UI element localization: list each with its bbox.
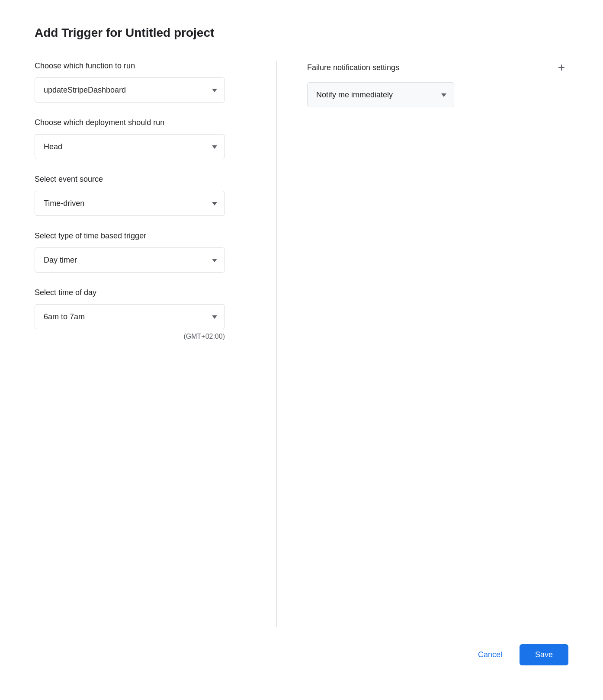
time-of-day-label: Select time of day [35,288,250,297]
trigger-type-select-wrapper: Day timer [35,247,225,273]
deployment-select-wrapper: Head [35,134,225,159]
event-source-field-group: Select event source Time-driven [35,175,250,216]
time-of-day-select[interactable]: 6am to 7am [35,304,225,329]
notification-section-header: Failure notification settings + [307,61,568,74]
time-of-day-select-wrapper: 6am to 7am [35,304,225,329]
gmt-note: (GMT+02:00) [35,333,225,340]
cancel-button[interactable]: Cancel [468,645,513,665]
function-label: Choose which function to run [35,61,250,71]
dialog-footer: Cancel Save [35,627,568,674]
notify-select-wrapper: Notify me immediately [307,82,454,107]
time-of-day-field-group: Select time of day 6am to 7am (GMT+02:00… [35,288,250,340]
dialog-title: Add Trigger for Untitled project [35,26,568,40]
trigger-type-field-group: Select type of time based trigger Day ti… [35,231,250,273]
notify-select[interactable]: Notify me immediately [307,82,454,107]
event-source-label: Select event source [35,175,250,184]
function-select[interactable]: updateStripeDashboard [35,77,225,103]
left-panel: Choose which function to run updateStrip… [35,61,277,627]
notification-section-title: Failure notification settings [307,63,399,72]
event-source-select-wrapper: Time-driven [35,191,225,216]
trigger-type-label: Select type of time based trigger [35,231,250,241]
save-button[interactable]: Save [520,644,568,665]
add-trigger-dialog: Add Trigger for Untitled project Choose … [0,0,603,700]
function-field-group: Choose which function to run updateStrip… [35,61,250,103]
trigger-type-select[interactable]: Day timer [35,247,225,273]
deployment-label: Choose which deployment should run [35,118,250,127]
deployment-field-group: Choose which deployment should run Head [35,118,250,159]
deployment-select[interactable]: Head [35,134,225,159]
event-source-select[interactable]: Time-driven [35,191,225,216]
add-notification-button[interactable]: + [555,61,568,74]
dialog-body: Choose which function to run updateStrip… [35,61,568,627]
function-select-wrapper: updateStripeDashboard [35,77,225,103]
right-panel: Failure notification settings + Notify m… [277,61,568,627]
